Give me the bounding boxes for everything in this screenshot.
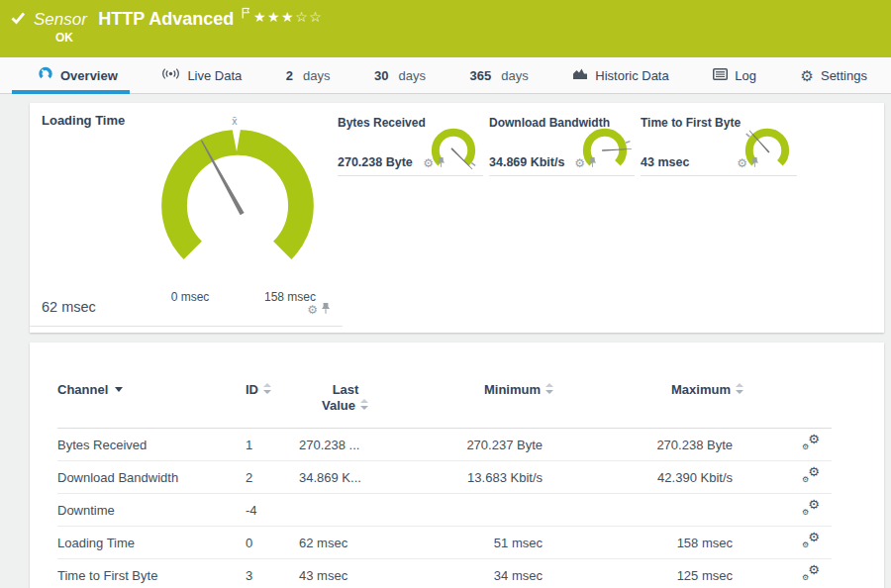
tab-live-data[interactable]: Live Data [153, 57, 249, 93]
column-header-settings [790, 372, 832, 429]
tab-historic-data[interactable]: Historic Data [564, 57, 676, 93]
channel-id: 2 [236, 461, 285, 494]
channel-last-value: 43 msec [285, 559, 434, 588]
channel-name: Downtime [57, 494, 236, 527]
log-icon [713, 66, 728, 84]
average-tick [626, 142, 630, 144]
flag-icon[interactable] [242, 5, 250, 22]
gauge-min-label: 0 msec [158, 290, 222, 304]
table-row: Downtime -4 ⚙⚙ [57, 494, 832, 527]
mini-gauge-card-bytes-received: Bytes Received 270.238 Byte ⚙ [338, 109, 483, 176]
channel-id: -4 [236, 494, 285, 527]
stars-empty: ☆☆ [295, 9, 323, 25]
channel-maximum: 270.238 Byte [612, 429, 790, 461]
channel-maximum: 125 msec [612, 559, 790, 588]
mini-gauge-card-download-bandwidth: Download Bandwidth 34.869 Kbit/s ⚙ [489, 109, 635, 176]
gauge-icon [38, 65, 53, 85]
channel-id: 1 [236, 429, 285, 461]
channel-settings-icon[interactable]: ⚙⚙ [802, 565, 820, 582]
table-row: Download Bandwidth 2 34.869 K... 13.683 … [57, 461, 832, 494]
sort-icon [263, 383, 272, 394]
sort-icon [736, 383, 744, 394]
gear-icon: ⚙ [801, 68, 814, 83]
broadcast-icon [161, 66, 180, 84]
primary-gauge-value: 62 msec [42, 299, 96, 315]
page-content: Loading Time x̄ 0 msec 158 msec 62 msec … [0, 94, 891, 588]
sensor-status-header: Sensor HTTP Advanced ★★★☆☆ OK [0, 0, 891, 57]
channels-panel: Channel ID LastValue Minimum Maximum Byt… [30, 343, 884, 588]
channel-id: 3 [236, 559, 285, 588]
channel-last-value: 62 msec [285, 527, 434, 559]
table-row: Time to First Byte 3 43 msec 34 msec 125… [57, 559, 832, 588]
sort-icon [545, 383, 554, 394]
channel-settings-icon[interactable]: ⚙⚙ [802, 533, 820, 549]
area-chart-icon [572, 66, 588, 84]
pin-icon[interactable] [437, 154, 446, 172]
channel-minimum: 34 msec [434, 559, 612, 588]
primary-gauge-card: Loading Time x̄ 0 msec 158 msec 62 msec … [30, 103, 343, 327]
channel-id: 0 [236, 527, 285, 559]
channel-maximum: 42.390 Kbit/s [612, 461, 790, 494]
channel-minimum: 13.683 Kbit/s [434, 461, 612, 494]
gauges-panel: Loading Time x̄ 0 msec 158 msec 62 msec … [30, 103, 884, 333]
primary-gauge-title: Loading Time [42, 113, 125, 128]
channel-maximum: 158 msec [612, 527, 790, 559]
mini-gauge-value: 270.238 Byte [338, 155, 413, 169]
gear-icon[interactable]: ⚙ [307, 304, 318, 316]
gear-icon[interactable]: ⚙ [574, 157, 585, 169]
mini-gauge-value: 43 msec [641, 155, 689, 169]
table-row: Loading Time 0 62 msec 51 msec 158 msec … [57, 527, 832, 559]
sort-icon [360, 399, 369, 410]
channels-table: Channel ID LastValue Minimum Maximum Byt… [57, 372, 832, 588]
sensor-type-label: Sensor [34, 10, 87, 29]
column-header-channel[interactable]: Channel [57, 372, 236, 429]
status-badge: OK [55, 31, 73, 45]
tab-log[interactable]: Log [705, 57, 764, 93]
stars-filled: ★★★ [253, 9, 295, 25]
pin-icon[interactable] [321, 301, 331, 319]
average-tick [471, 163, 475, 166]
mini-gauge-title: Time to First Byte [641, 116, 741, 130]
average-marker-label: x̄ [232, 116, 238, 127]
tab-365-days[interactable]: 365days [462, 57, 537, 93]
column-header-maximum[interactable]: Maximum [612, 372, 790, 429]
pin-icon[interactable] [588, 154, 597, 172]
gauge-needle [602, 148, 632, 151]
table-header-row: Channel ID LastValue Minimum Maximum [57, 372, 832, 429]
tab-30-days[interactable]: 30days [366, 57, 434, 93]
column-header-minimum[interactable]: Minimum [434, 372, 612, 429]
channel-minimum [434, 494, 612, 527]
tab-settings[interactable]: ⚙ Settings [793, 57, 875, 93]
mini-gauge-value: 34.869 Kbit/s [489, 155, 564, 169]
channel-name: Time to First Byte [57, 559, 236, 588]
channel-last-value: 34.869 K... [285, 461, 434, 494]
channel-minimum: 51 msec [434, 527, 612, 559]
mini-gauge-title: Bytes Received [338, 116, 426, 130]
chevron-down-icon [115, 387, 123, 392]
average-tick [746, 134, 750, 137]
gear-icon[interactable]: ⚙ [737, 157, 747, 169]
column-header-last-value[interactable]: LastValue [285, 372, 434, 429]
tab-2-days[interactable]: 2days [278, 57, 339, 93]
channel-name: Download Bandwidth [57, 461, 236, 494]
channel-settings-icon[interactable]: ⚙⚙ [802, 435, 820, 451]
column-header-id[interactable]: ID [236, 372, 285, 429]
channel-maximum [612, 494, 790, 527]
sensor-title: HTTP Advanced [98, 9, 234, 29]
channel-last-value: 270.238 ... [285, 429, 434, 461]
channel-settings-icon[interactable]: ⚙⚙ [802, 500, 820, 517]
mini-gauge-card-time-to-first-byte: Time to First Byte 43 msec ⚙ [641, 109, 797, 176]
channel-settings-icon[interactable]: ⚙⚙ [802, 467, 820, 484]
loading-time-gauge: x̄ [152, 116, 323, 282]
channel-name: Loading Time [57, 527, 236, 559]
priority-stars[interactable]: ★★★☆☆ [253, 9, 323, 25]
gear-icon[interactable]: ⚙ [423, 157, 434, 169]
channel-name: Bytes Received [57, 429, 236, 461]
tab-bar: Overview Live Data 2days 30days 365days … [0, 57, 891, 94]
pin-icon[interactable] [750, 154, 759, 172]
table-row: Bytes Received 1 270.238 ... 270.237 Byt… [57, 429, 832, 461]
channel-last-value [285, 494, 434, 527]
channel-minimum: 270.237 Byte [434, 429, 612, 461]
check-icon [11, 11, 26, 29]
tab-overview[interactable]: Overview [30, 57, 126, 93]
